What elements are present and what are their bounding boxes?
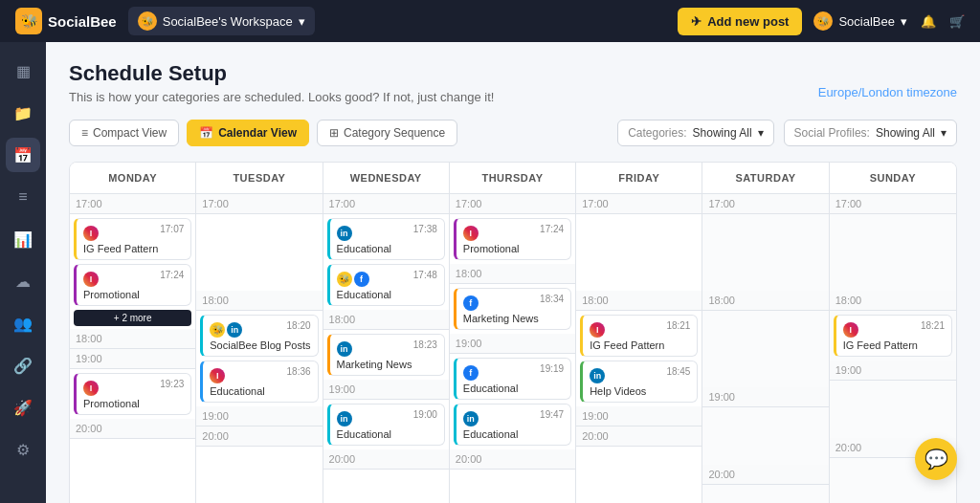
calendar-body: 17:00 17:07 I IG Feed Pattern 17:24 I P bbox=[70, 194, 956, 503]
calendar-view-label: Calendar View bbox=[218, 126, 297, 140]
time-2000-wednesday: 20:00 bbox=[323, 449, 449, 470]
event-time: 18:45 bbox=[666, 366, 690, 377]
compact-view-button[interactable]: ≡ Compact View bbox=[69, 120, 179, 146]
sidebar-item-users[interactable]: 👥 bbox=[6, 306, 40, 340]
event-icons: in bbox=[337, 226, 413, 241]
topnav-right: 🐝 SocialBee ▾ 🔔 🛒 bbox=[813, 11, 965, 31]
event-help-videos-fri[interactable]: 18:45 in Help Videos bbox=[580, 361, 698, 403]
event-icons: f bbox=[463, 365, 540, 381]
event-title: Promotional bbox=[83, 289, 184, 300]
calendar-view-button[interactable]: 📅 Calendar View bbox=[187, 120, 309, 146]
category-sequence-label: Category Sequence bbox=[344, 126, 445, 140]
event-time: 19:23 bbox=[160, 379, 184, 389]
add-post-button[interactable]: ✈ Add new post bbox=[678, 8, 802, 35]
event-educational-thu-1919[interactable]: 19:19 f Educational bbox=[454, 358, 571, 400]
sidebar-item-settings[interactable]: ⚙ bbox=[6, 432, 40, 467]
day-header-monday: MONDAY bbox=[70, 163, 196, 193]
event-title: Help Videos bbox=[590, 385, 690, 397]
calendar-view-icon: 📅 bbox=[199, 126, 213, 140]
day-header-thursday: THURSDAY bbox=[450, 163, 576, 193]
linkedin-icon: in bbox=[337, 341, 352, 357]
instagram-icon: I bbox=[83, 272, 99, 287]
event-ig-feed-sun[interactable]: 18:21 I IG Feed Pattern bbox=[834, 315, 952, 357]
event-educational-wed-1738[interactable]: 17:38 in Educational bbox=[327, 218, 445, 260]
time-1700-wednesday: 17:00 bbox=[323, 194, 449, 214]
event-time: 18:34 bbox=[540, 294, 564, 304]
add-post-icon: ✈ bbox=[691, 14, 702, 29]
event-time: 17:48 bbox=[413, 270, 437, 280]
day-header-friday: FRIDAY bbox=[576, 163, 702, 193]
workspace-dropdown-icon: ▾ bbox=[299, 14, 305, 29]
event-title: Promotional bbox=[463, 243, 564, 254]
time-2000-monday: 20:00 bbox=[70, 419, 195, 439]
instagram-icon: I bbox=[843, 322, 858, 338]
event-icons: I bbox=[83, 226, 160, 241]
event-promotional-thu[interactable]: 17:24 I Promotional bbox=[454, 218, 571, 260]
saturday-column: 17:00 18:00 19:00 20:00 bbox=[702, 194, 829, 503]
cart-icon[interactable]: 🛒 bbox=[949, 14, 965, 29]
time-1900-saturday: 19:00 bbox=[702, 387, 828, 407]
sidebar-item-link[interactable]: 🔗 bbox=[6, 348, 40, 383]
calendar-header: MONDAY TUESDAY WEDNESDAY THURSDAY FRIDAY… bbox=[70, 163, 956, 194]
event-icons: I bbox=[590, 322, 666, 338]
compact-view-icon: ≡ bbox=[81, 126, 88, 140]
instagram-icon: I bbox=[83, 381, 99, 396]
event-marketing-news-thu[interactable]: 18:34 f Marketing News bbox=[454, 288, 571, 330]
linkedin-icon: in bbox=[227, 322, 242, 338]
categories-filter[interactable]: Categories: Showing All ▾ bbox=[617, 120, 773, 146]
sidebar-item-grid[interactable]: ▦ bbox=[6, 54, 40, 88]
sidebar-item-list[interactable]: ≡ bbox=[6, 180, 40, 214]
time-1800-monday: 18:00 bbox=[70, 329, 195, 349]
event-title: IG Feed Pattern bbox=[83, 243, 184, 254]
event-title: Educational bbox=[337, 428, 437, 440]
bee-icon: 🐝 bbox=[210, 322, 225, 338]
event-educational-tue[interactable]: 18:36 I Educational bbox=[200, 361, 318, 403]
day-header-tuesday: TUESDAY bbox=[196, 163, 323, 193]
event-icons: I bbox=[463, 226, 540, 241]
logo: 🐝 SocialBee bbox=[15, 8, 117, 34]
sidebar-item-folder[interactable]: 📁 bbox=[6, 96, 40, 130]
instagram-icon: I bbox=[210, 368, 225, 383]
categories-filter-value: Showing All bbox=[693, 126, 752, 140]
toolbar-filters: Categories: Showing All ▾ Social Profile… bbox=[617, 120, 957, 146]
monday-column: 17:00 17:07 I IG Feed Pattern 17:24 I P bbox=[70, 194, 196, 503]
event-icons: I bbox=[843, 322, 921, 338]
event-title: Educational bbox=[463, 383, 564, 394]
notifications-icon[interactable]: 🔔 bbox=[921, 14, 936, 29]
logo-icon: 🐝 bbox=[15, 8, 42, 34]
sidebar-item-chart[interactable]: 📊 bbox=[6, 222, 40, 256]
time-1800-wednesday: 18:00 bbox=[323, 310, 449, 330]
event-icons: in bbox=[463, 411, 540, 426]
event-educational-wed-1900[interactable]: 19:00 in Educational bbox=[327, 404, 445, 446]
chat-bubble[interactable]: 💬 bbox=[915, 438, 957, 480]
event-ig-feed-fri[interactable]: 18:21 I IG Feed Pattern bbox=[580, 315, 698, 357]
event-socialbee-blog-tue[interactable]: 18:20 🐝 in SocialBee Blog Posts bbox=[200, 315, 318, 357]
event-icons: I bbox=[83, 381, 160, 396]
time-1900-sunday: 19:00 bbox=[830, 361, 956, 381]
event-marketing-news-wed[interactable]: 18:23 in Marketing News bbox=[327, 334, 445, 376]
sidebar-item-cloud[interactable]: ☁ bbox=[6, 264, 40, 298]
event-ig-feed-pattern-mon[interactable]: 17:07 I IG Feed Pattern bbox=[74, 218, 191, 260]
time-1800-friday: 18:00 bbox=[576, 291, 702, 311]
event-promotional-mon[interactable]: 17:24 I Promotional bbox=[74, 264, 191, 306]
event-title: Educational bbox=[337, 243, 437, 254]
event-promotional-mon-1900[interactable]: 19:23 I Promotional bbox=[74, 373, 191, 415]
time-1700-friday: 17:00 bbox=[576, 194, 702, 214]
event-time: 17:38 bbox=[413, 224, 437, 234]
event-educational-wed-1748[interactable]: 17:48 🐝 f Educational bbox=[327, 264, 445, 306]
workspace-button[interactable]: 🐝 SocialBee's Workspace ▾ bbox=[128, 7, 315, 35]
event-educational-thu-1947[interactable]: 19:47 in Educational bbox=[454, 404, 571, 446]
user-menu[interactable]: 🐝 SocialBee ▾ bbox=[813, 11, 907, 31]
instagram-icon: I bbox=[463, 226, 479, 241]
social-profiles-filter[interactable]: Social Profiles: Showing All ▾ bbox=[784, 120, 957, 146]
event-title: Marketing News bbox=[463, 313, 564, 324]
day-header-sunday: SUNDAY bbox=[830, 163, 956, 193]
more-button-monday[interactable]: + 2 more bbox=[74, 310, 191, 326]
category-sequence-button[interactable]: ⊞ Category Sequence bbox=[317, 120, 457, 146]
wednesday-column: 17:00 17:38 in Educational 17:48 🐝 f bbox=[323, 194, 450, 503]
sidebar-item-calendar[interactable]: 📅 bbox=[6, 138, 40, 172]
time-2000-saturday: 20:00 bbox=[702, 465, 828, 485]
sidebar-item-rocket[interactable]: 🚀 bbox=[6, 390, 40, 425]
event-title: Promotional bbox=[83, 398, 184, 409]
timezone-link[interactable]: Europe/London timezone bbox=[818, 85, 957, 99]
